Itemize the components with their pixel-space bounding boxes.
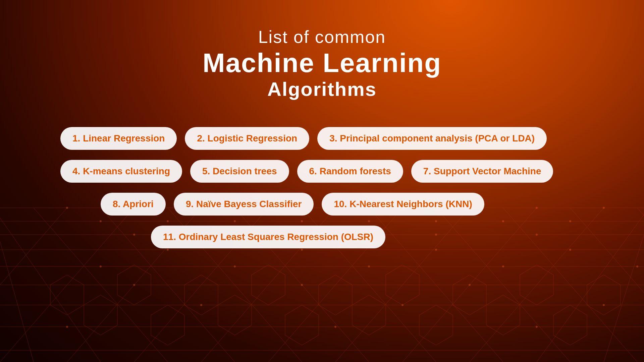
algorithm-row-1: 1. Linear Regression 2. Logistic Regress… [34,127,610,150]
algo-badge-8: 8. Apriori [101,193,166,216]
algo-badge-1: 1. Linear Regression [60,127,177,150]
title-main: Machine Learning [203,48,441,78]
algo-badge-11: 11. Ordinary Least Squares Regression (O… [151,226,385,248]
algo-badge-10: 10. K-Nearest Neighbors (KNN) [322,193,484,216]
algo-badge-6: 6. Random forests [297,160,403,183]
title-section: List of common Machine Learning Algorith… [203,27,441,100]
algo-badge-9: 9. Naïve Bayess Classifier [174,193,314,216]
title-sub: Algorithms [203,78,441,100]
algorithms-container: 1. Linear Regression 2. Logistic Regress… [0,127,644,248]
algo-badge-2: 2. Logistic Regression [185,127,309,150]
algo-badge-3: 3. Principal component analysis (PCA or … [317,127,547,150]
algorithm-row-2: 4. K-means clustering 5. Decision trees … [34,160,610,183]
algo-badge-5: 5. Decision trees [190,160,289,183]
page-content: List of common Machine Learning Algorith… [0,0,644,362]
algorithm-row-3: 8. Apriori 9. Naïve Bayess Classifier 10… [34,193,610,216]
algorithm-row-4: 11. Ordinary Least Squares Regression (O… [34,226,610,248]
algo-badge-4: 4. K-means clustering [60,160,182,183]
algo-badge-7: 7. Support Vector Machine [411,160,553,183]
title-top: List of common [203,27,441,47]
